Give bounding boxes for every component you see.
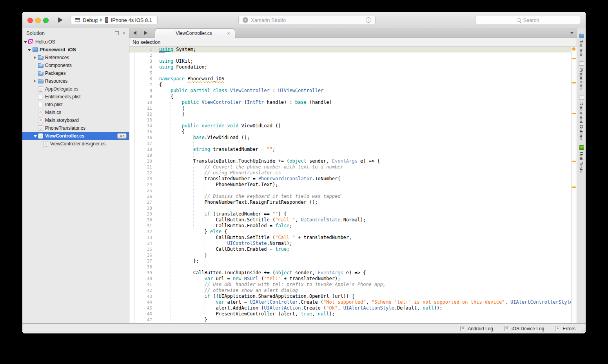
warning-tick-icon[interactable] <box>572 187 576 188</box>
code-line[interactable]: 40 var url = new NSUrl ("tel:" + transla… <box>129 276 571 282</box>
bottom-pad-android-log[interactable]: Android Log <box>460 326 493 331</box>
code-line[interactable]: 5 <box>129 70 571 76</box>
tree-item-references[interactable]: References <box>22 54 129 62</box>
close-window-button[interactable] <box>27 18 33 23</box>
code-line[interactable]: 7{ <box>129 82 571 88</box>
tree-item-packages[interactable]: Packages <box>22 69 129 77</box>
code-line[interactable]: 33 CallButton.SetTitle ("Call " + transl… <box>129 235 571 241</box>
upload-arrow-icon[interactable]: ↑ <box>366 17 371 23</box>
run-button[interactable] <box>55 16 65 24</box>
code-line[interactable]: 12 } <box>129 111 571 117</box>
code-line[interactable]: 28 <box>129 205 571 211</box>
bottom-pad-errors[interactable]: Errors <box>555 326 575 331</box>
code-line[interactable]: 10 public ViewController (IntPtr handle)… <box>129 100 571 105</box>
dock-pad-icon[interactable] <box>115 31 119 35</box>
close-pad-icon[interactable]: ✕ <box>122 31 125 35</box>
code-line[interactable]: 45 alert.AddAction (UIAlertAction.Create… <box>129 305 571 311</box>
code-line[interactable]: 11 { <box>129 105 571 111</box>
bottom-pad-ios-device-log[interactable]: iOS Device Log <box>504 326 544 331</box>
expand-arrow-icon[interactable] <box>34 80 36 83</box>
code-line[interactable]: 38 <box>129 264 571 270</box>
item-options-gear-button[interactable]: ⚙▾ <box>117 133 127 139</box>
tree-item-phonetranslator-cs[interactable]: PhoneTranslator.cs <box>22 124 129 132</box>
code-line[interactable]: 19 <box>129 152 571 158</box>
warning-tick-icon[interactable] <box>572 161 576 162</box>
code-line[interactable]: 31 CallButton.Enabled = false; <box>129 223 571 229</box>
code-line[interactable]: 25 <box>129 188 571 194</box>
tree-item-components[interactable]: Components <box>22 62 129 69</box>
warning-tick-icon[interactable] <box>572 82 576 83</box>
overview-ruler[interactable] <box>571 47 577 323</box>
navigate-back-button[interactable] <box>133 31 136 35</box>
tree-item-main-storyboard[interactable]: Main.storyboard <box>22 116 129 124</box>
tree-item-entitlements-plist[interactable]: Entitlements.plist <box>22 93 129 101</box>
line-number: 44 <box>129 299 152 305</box>
code-line[interactable]: 3using UIKit; <box>129 58 571 64</box>
code-line[interactable]: 42 // otherwise show an alert dialog <box>129 288 571 293</box>
search-field[interactable]: Search <box>475 16 581 24</box>
code-token: + translatedNumber); <box>281 276 341 281</box>
code-line[interactable]: 17 <box>129 141 571 147</box>
unittests-icon <box>579 145 584 150</box>
navigate-forward-button[interactable] <box>144 31 147 35</box>
pad-tab-properties[interactable]: Properties <box>577 62 586 90</box>
code-line[interactable]: 18 string translatedNumber = ""; <box>129 147 571 152</box>
code-line[interactable]: 16 base.ViewDidLoad (); <box>129 135 571 141</box>
expand-arrow-icon[interactable] <box>34 56 36 59</box>
code-line[interactable]: 22 // using PhoneTranslator.cs <box>129 170 571 176</box>
configuration-device-selector[interactable]: Debug iPhone 4s iOS 8.1 <box>71 16 158 24</box>
code-line[interactable]: 14 public override void ViewDidLoad () <box>129 123 571 129</box>
code-line[interactable]: 20 TranslateButton.TouchUpInside += (obj… <box>129 158 571 164</box>
code-line[interactable]: 8 public partial class ViewController : … <box>129 88 571 94</box>
code-line[interactable]: 29 if (translatedNumber == "") { <box>129 211 571 217</box>
minimize-window-button[interactable] <box>35 18 41 23</box>
code-line[interactable]: 36 } <box>129 252 571 258</box>
code-line[interactable]: 21 // Convert the phone number with text… <box>129 164 571 170</box>
collapse-arrow-icon[interactable] <box>24 41 27 43</box>
tab-viewcontroller-cs[interactable]: ViewController.cs ✕ <box>155 28 235 38</box>
code-line[interactable]: 41 // Use URL handler with tel: prefix t… <box>129 282 571 288</box>
code-line[interactable]: 4using Foundation; <box>129 64 571 70</box>
code-line[interactable]: 27 PhoneNumberText.ResignFirstResponder … <box>129 199 571 205</box>
tab-close-icon[interactable]: ✕ <box>227 31 235 36</box>
code-line[interactable]: 35 CallButton.Enabled = true; <box>129 246 571 252</box>
code-line[interactable]: 32 } else { <box>129 229 571 235</box>
code-line[interactable]: 6namespace Phoneword_iOS <box>129 76 571 82</box>
resize-grip[interactable] <box>581 328 584 332</box>
collapse-arrow-icon[interactable] <box>34 135 37 138</box>
code-line[interactable]: 43 if (!UIApplication.SharedApplication.… <box>129 293 571 299</box>
warning-tick-icon[interactable] <box>572 113 576 114</box>
code-line[interactable]: 34 UIControlState.Normal); <box>129 241 571 246</box>
code-line[interactable]: 47 } <box>129 317 571 323</box>
code-line[interactable]: 46 PresentViewController (alert, true, n… <box>129 311 571 317</box>
code-line[interactable]: 37 }; <box>129 258 571 264</box>
tree-item-hello-ios[interactable]: Hello.iOS <box>22 38 129 46</box>
code-token: } <box>159 317 207 322</box>
code-line[interactable]: 24 PhoneNumberText.Text); <box>129 182 571 188</box>
tree-item-phoneword-ios[interactable]: Phoneword_iOS <box>22 46 129 54</box>
tree-item-appdelegate-cs[interactable]: AppDelegate.cs <box>22 85 129 93</box>
code-editor[interactable]: 1using System;23using UIKit;4using Found… <box>129 47 571 323</box>
tree-item-info-plist[interactable]: Info.plist <box>22 101 129 109</box>
collapse-arrow-icon[interactable] <box>28 49 31 51</box>
code-line[interactable]: 39 CallButton.TouchUpInside += (object s… <box>129 270 571 276</box>
tree-item-resources[interactable]: Resources <box>22 77 129 85</box>
pad-tab-unit-tests[interactable]: Unit Tests <box>577 145 586 173</box>
pad-tab-toolbox[interactable]: Toolbox <box>577 34 586 56</box>
tab-overflow-icon[interactable] <box>570 32 574 34</box>
code-line[interactable]: 23 translatedNumber = PhonewordTranslato… <box>129 176 571 182</box>
code-line[interactable]: 30 CallButton.SetTitle ("Call ", UIContr… <box>129 217 571 223</box>
tree-item-main-cs[interactable]: Main.cs <box>22 109 129 116</box>
code-line[interactable]: 2 <box>129 53 571 58</box>
code-line[interactable]: 44 var alert = UIAlertController.Create … <box>129 299 571 305</box>
code-line[interactable]: 26 // Dismiss the keyboard if text field… <box>129 194 571 199</box>
tree-item-viewcontroller-cs[interactable]: ViewController.cs⚙▾ <box>22 132 129 140</box>
code-line[interactable]: 1using System; <box>129 47 571 53</box>
zoom-window-button[interactable] <box>43 18 49 23</box>
code-line[interactable]: 15 { <box>129 129 571 135</box>
code-line[interactable]: 13 <box>129 117 571 123</box>
pad-tab-document-outline[interactable]: Document Outline <box>577 96 586 140</box>
tree-item-viewcontroller-designer-cs[interactable]: ViewController.designer.cs <box>22 140 129 148</box>
warning-tick-icon[interactable] <box>572 58 576 59</box>
code-line[interactable]: 9 { <box>129 94 571 100</box>
